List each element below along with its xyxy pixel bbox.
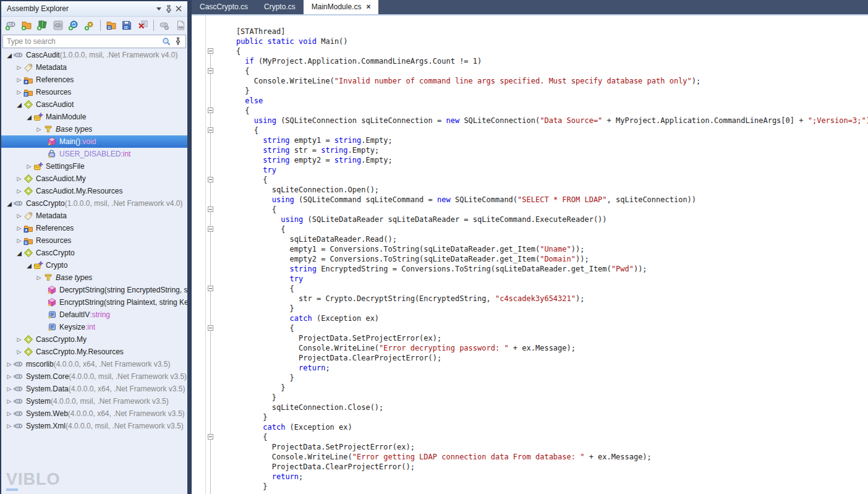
code-text[interactable]: [STAThread] public static void Main() { … — [216, 15, 868, 494]
reload-assemblies-button[interactable] — [67, 19, 80, 32]
expander-open-icon[interactable]: ◢ — [25, 114, 33, 121]
expander-closed-icon[interactable]: ▷ — [5, 398, 14, 404]
expander-closed-icon[interactable]: ▷ — [5, 411, 14, 417]
tree-row[interactable]: ▷System.Core (4.0.0.0, msil, .Net Framew… — [1, 370, 187, 383]
open-from-gac-button[interactable] — [51, 19, 64, 32]
expander-closed-icon[interactable]: ▷ — [5, 373, 14, 380]
expander-closed-icon[interactable]: ▷ — [35, 126, 43, 132]
tree-row[interactable]: ▷CascAudiot.My.Resources — [1, 185, 187, 197]
expander-closed-icon[interactable]: ▷ — [15, 237, 23, 244]
tree-row[interactable]: ▷Resources — [1, 234, 187, 247]
tree-row[interactable]: ▷mscorlib (4.0.0.0, x64, .Net Framework … — [1, 358, 187, 370]
tree-row[interactable]: ▷CascCrypto.My — [1, 333, 187, 346]
open-dynamic-button[interactable] — [82, 19, 96, 32]
tree-row[interactable]: ▷Metadata — [1, 210, 187, 222]
fold-toggle[interactable] — [208, 48, 213, 54]
fold-toggle[interactable] — [208, 226, 213, 232]
expander-closed-icon[interactable]: ▷ — [15, 89, 23, 95]
expander-closed-icon[interactable]: ▷ — [25, 163, 33, 169]
expander-open-icon[interactable]: ◢ — [15, 250, 23, 257]
fold-toggle[interactable] — [208, 68, 213, 74]
tree-row[interactable]: EncryptString(string Plaintext, string K… — [1, 296, 187, 309]
tree-row[interactable]: ▷CascAudiot.My — [1, 172, 187, 185]
expander-closed-icon[interactable]: ▷ — [15, 225, 23, 231]
tree-row[interactable]: USER_DISABLED:int — [1, 148, 187, 160]
fold-toggle[interactable] — [208, 108, 213, 113]
tree-row[interactable]: ◢CascCrypto — [1, 247, 187, 259]
fold-toggle[interactable] — [208, 177, 213, 182]
expander-closed-icon[interactable]: ▷ — [15, 213, 23, 219]
tree-row[interactable]: ▷System.Web (4.0.0.0, x64, .Net Framewor… — [1, 407, 187, 420]
fold-toggle[interactable] — [208, 207, 213, 212]
tree-row[interactable]: ▷Base types — [1, 123, 187, 135]
open-module-button[interactable] — [104, 19, 118, 32]
disable-mma-button[interactable] — [158, 19, 171, 32]
fold-toggle[interactable] — [208, 286, 213, 291]
reload-add-icon — [68, 20, 79, 31]
fold-toggle[interactable] — [208, 127, 213, 133]
panel-menu-button[interactable] — [154, 4, 164, 14]
tree-row[interactable]: ◢CascCrypto (1.0.0.0, msil, .Net Framewo… — [1, 197, 187, 210]
search-input[interactable]: Type to search — [2, 35, 186, 48]
expander-closed-icon[interactable]: ▷ — [15, 188, 23, 194]
open-list-button[interactable] — [35, 19, 49, 32]
expander-closed-icon[interactable]: ▷ — [15, 176, 23, 182]
tab-mainmodule-cs[interactable]: MainModule.cs× — [304, 0, 379, 14]
tree-row[interactable]: ▷CascCrypto.My.Resources — [1, 346, 187, 358]
tree-row[interactable]: ◢CascAudiot — [1, 98, 187, 111]
code-line: ProjectData.SetProjectError(ex); — [218, 443, 415, 451]
open-pdb-button[interactable]: PDB — [174, 19, 187, 32]
code-editor[interactable]: [STAThread] public static void Main() { … — [192, 15, 868, 494]
search-pin-icon[interactable] — [173, 36, 183, 46]
tree-row[interactable]: ▷References — [1, 74, 187, 86]
fold-toggle[interactable] — [208, 325, 213, 331]
module-folder-icon — [106, 20, 117, 31]
panel-splitter[interactable] — [187, 0, 192, 494]
tree-row[interactable]: DecryptString(string EncryptedString, st… — [1, 284, 187, 296]
expander-closed-icon[interactable]: ▷ — [15, 349, 23, 355]
tree-row[interactable]: ▷References — [1, 222, 187, 234]
tab-label: CascCrypto.cs — [200, 2, 248, 11]
breakpoint-margin[interactable] — [192, 15, 206, 494]
tree-row[interactable]: ◢MainModule — [1, 111, 187, 123]
expander-open-icon[interactable]: ◢ — [5, 52, 14, 59]
expander-open-icon[interactable]: ◢ — [25, 262, 33, 269]
expander-closed-icon[interactable]: ▷ — [5, 386, 14, 392]
tree-row[interactable]: ◢Crypto — [1, 259, 187, 271]
tab-crypto-cs[interactable]: Crypto.cs — [256, 0, 304, 14]
open-folder-button[interactable] — [19, 19, 33, 32]
expander-closed-icon[interactable]: ▷ — [15, 336, 23, 343]
tree-row[interactable]: Keysize:int — [1, 321, 187, 333]
tree-row[interactable]: Main():void — [1, 135, 187, 148]
tab-casccrypto-cs[interactable]: CascCrypto.cs — [192, 0, 256, 14]
tree-row[interactable]: ▷System.Data (4.0.0.0, x64, .Net Framewo… — [1, 383, 187, 395]
expander-closed-icon[interactable]: ▷ — [35, 275, 43, 281]
tree-row[interactable]: ▷Base types — [1, 271, 187, 284]
close-file-button[interactable] — [136, 19, 150, 32]
assembly-add-icon — [5, 20, 16, 31]
tree-row[interactable]: ▷SettingsFile — [1, 160, 187, 172]
folding-margin[interactable] — [206, 15, 216, 494]
panel-close-button[interactable] — [174, 4, 184, 14]
expander-closed-icon[interactable]: ▷ — [5, 423, 14, 429]
tree-row[interactable]: ▷System (4.0.0.0, msil, .Net Framework v… — [1, 395, 187, 407]
tree-row-label: References — [36, 75, 74, 84]
tab-close-icon[interactable]: × — [366, 2, 370, 11]
open-assembly-button[interactable] — [4, 19, 17, 32]
search-row: Type to search — [1, 34, 187, 49]
tree-row[interactable]: ▷Resources — [1, 86, 187, 98]
fold-toggle[interactable] — [208, 434, 213, 440]
expander-open-icon[interactable]: ◢ — [5, 200, 14, 207]
toolbar-separator — [100, 20, 101, 31]
tree-row[interactable]: ▷Metadata — [1, 61, 187, 74]
tree-row[interactable]: ◢CascAudit (1.0.0.0, msil, .Net Framewor… — [1, 49, 187, 61]
expander-closed-icon[interactable]: ▷ — [5, 361, 14, 367]
expander-closed-icon[interactable]: ▷ — [15, 64, 23, 70]
tree-row[interactable]: DefaultIV:string — [1, 309, 187, 321]
expander-closed-icon[interactable]: ▷ — [15, 77, 23, 83]
tree-row[interactable]: ▷System.Xml (4.0.0.0, msil, .Net Framewo… — [1, 420, 187, 432]
save-module-button[interactable] — [120, 19, 134, 32]
expander-open-icon[interactable]: ◢ — [15, 101, 23, 108]
tree-row-label: CascAudit — [26, 51, 60, 59]
panel-pin-button[interactable] — [164, 4, 174, 14]
